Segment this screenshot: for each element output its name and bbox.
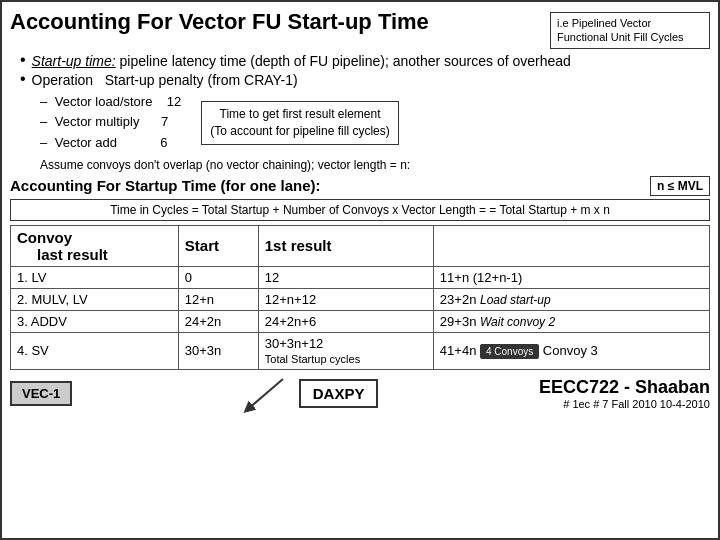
slide: Accounting For Vector FU Start-up Time i… — [0, 0, 720, 540]
ops-note-line2: (To account for pipeline fill cycles) — [210, 124, 389, 138]
daxpy-row: DAXPY — [233, 374, 379, 414]
table-row: 4. SV 30+3n 30+3n+12 Total Startup cycle… — [11, 332, 710, 369]
ops-section: – Vector load/store 12 – Vector multiply… — [40, 92, 710, 154]
bullet-text-2: Operation Start-up penalty (from CRAY-1) — [32, 72, 298, 88]
convoy-text: Convoy 3 — [543, 343, 598, 358]
row2-convoy: 2. MULV, LV — [11, 288, 179, 310]
convoy-table: Convoylast result Start 1st result 1. LV… — [10, 225, 710, 370]
eecc-title: EECC722 - Shaaban — [539, 377, 710, 398]
table-header-row: Convoylast result Start 1st result — [11, 225, 710, 266]
row2-start: 12+n — [178, 288, 258, 310]
row3-convoy: 3. ADDV — [11, 310, 179, 332]
row3-start: 24+2n — [178, 310, 258, 332]
daxpy-arrow — [233, 374, 293, 414]
row3-first: 24+2n+6 — [258, 310, 433, 332]
row4-start: 30+3n — [178, 332, 258, 369]
convoys-badge: 4 Convoys — [480, 344, 539, 359]
bullet-dot-2: • — [20, 70, 26, 88]
row2-last: 23+2n Load start-up — [433, 288, 709, 310]
mvl-badge: n ≤ MVL — [650, 176, 710, 196]
daxpy-badge: DAXPY — [299, 379, 379, 408]
bullet-text-1: Start-up time: pipeline latency time (de… — [32, 53, 571, 69]
table-row: 1. LV 0 12 11+n (12+n-1) — [11, 266, 710, 288]
col-header-convoy: Convoylast result — [11, 225, 179, 266]
row1-first: 12 — [258, 266, 433, 288]
startup-section-title: Accounting For Startup Time (for one lan… — [10, 177, 321, 194]
bullet-item-1: • Start-up time: pipeline latency time (… — [20, 53, 710, 69]
table-row: 3. ADDV 24+2n 24+2n+6 29+3n Wait convoy … — [11, 310, 710, 332]
col-header-start: Start — [178, 225, 258, 266]
ops-note: Time to get first result element (To acc… — [201, 101, 398, 145]
right-footer: EECC722 - Shaaban # 1ec # 7 Fall 2010 10… — [539, 377, 710, 410]
row3-last: 29+3n Wait convoy 2 — [433, 310, 709, 332]
total-startup-label: Total Startup cycles — [265, 353, 360, 365]
assume-text: Assume convoys don't overlap (no vector … — [40, 158, 710, 172]
row1-last: 11+n (12+n-1) — [433, 266, 709, 288]
footer-row: VEC-1 DAXPY EECC722 - Shaaban # 1ec # 7 … — [10, 374, 710, 414]
header-row: Accounting For Vector FU Start-up Time i… — [10, 10, 710, 49]
bullet-dot-1: • — [20, 51, 26, 69]
row1-start: 0 — [178, 266, 258, 288]
header-note: i.e Pipelined Vector Functional Unit Fil… — [550, 12, 710, 49]
row4-convoy: 4. SV — [11, 332, 179, 369]
course-info: # 1ec # 7 Fall 2010 10-4-2010 — [539, 398, 710, 410]
ops-note-line1: Time to get first result element — [220, 107, 381, 121]
startup-row: Accounting For Startup Time (for one lan… — [10, 176, 710, 196]
time-formula: Time in Cycles = Total Startup + Number … — [10, 199, 710, 221]
ops-list: – Vector load/store 12 – Vector multiply… — [40, 92, 181, 154]
main-title: Accounting For Vector FU Start-up Time — [10, 10, 429, 34]
row2-first: 12+n+12 — [258, 288, 433, 310]
row1-convoy: 1. LV — [11, 266, 179, 288]
vec1-badge: VEC-1 — [10, 381, 72, 406]
col-header-extra — [433, 225, 709, 266]
op-3: – Vector add 6 — [40, 133, 181, 154]
col-header-first-result: 1st result — [258, 225, 433, 266]
op-2: – Vector multiply 7 — [40, 112, 181, 133]
bullets: • Start-up time: pipeline latency time (… — [20, 53, 710, 88]
row4-first: 30+3n+12 Total Startup cycles — [258, 332, 433, 369]
table-row: 2. MULV, LV 12+n 12+n+12 23+2n Load star… — [11, 288, 710, 310]
row4-last: 41+4n 4 Convoys Convoy 3 — [433, 332, 709, 369]
bullet-item-2: • Operation Start-up penalty (from CRAY-… — [20, 72, 710, 88]
svg-line-1 — [248, 379, 283, 409]
op-1: – Vector load/store 12 — [40, 92, 181, 113]
